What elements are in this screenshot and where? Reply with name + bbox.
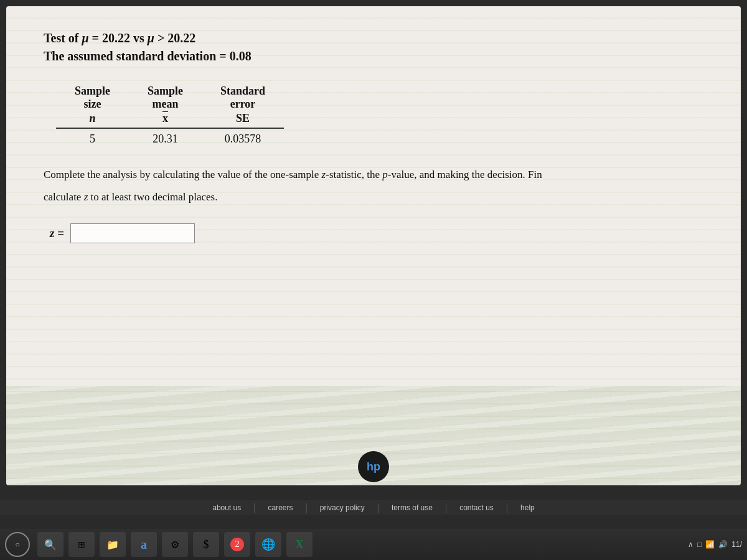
app-x-button[interactable]: X (286, 532, 312, 557)
search-icon: 🔍 (44, 539, 57, 551)
wifi-icon: 📶 (705, 540, 715, 549)
col-unit-xbar: x (129, 111, 202, 128)
footer-links-bar: about us | careers | privacy policy | te… (0, 500, 747, 515)
stats-table: Samplesize Samplemean Standarderror n x … (56, 82, 284, 149)
data-mean: 20.31 (129, 128, 202, 149)
data-se: 0.03578 (202, 128, 284, 149)
col-header-sample-size: Samplesize (56, 82, 129, 111)
badge2-icon: 2 (230, 538, 244, 551)
windows-taskbar: ○ 🔍 ⊞ 📁 a ⚙ $ 2 🌐 (0, 529, 747, 560)
start-button[interactable]: ○ (5, 532, 30, 557)
data-n: 5 (56, 128, 129, 149)
footer-link-careers[interactable]: careers (268, 503, 293, 512)
footer-link-privacy[interactable]: privacy policy (320, 503, 365, 512)
time-display: 11/ (731, 540, 742, 549)
calculate-text2: calculate z to at least two decimal plac… (44, 189, 703, 205)
app-settings-button[interactable]: ⚙ (162, 532, 188, 557)
dollar-icon: $ (204, 538, 209, 551)
search-taskbar-button[interactable]: 🔍 (37, 532, 63, 557)
tray-icon1: □ (697, 540, 702, 549)
folder-icon: 📁 (106, 539, 119, 551)
app-dollar-button[interactable]: $ (193, 532, 219, 557)
x-app-icon: X (296, 538, 304, 551)
hypothesis-line2: The assumed standard deviation = 0.08 (44, 49, 703, 63)
system-tray: ∧ □ 📶 🔊 11/ (688, 540, 742, 549)
volume-icon: 🔊 (718, 540, 728, 549)
col-unit-n: n (56, 111, 129, 128)
footer-link-contact[interactable]: contact us (459, 503, 494, 512)
footer-link-terms[interactable]: terms of use (392, 503, 433, 512)
app-a-icon: a (141, 538, 147, 552)
col-header-sample-mean: Samplemean (129, 82, 202, 111)
footer-link-help[interactable]: help (520, 503, 535, 512)
analysis-text1: Complete the analysis by calculating the… (44, 167, 604, 183)
task-view-icon: ⊞ (78, 539, 85, 550)
screen: Test of μ = 20.22 vs μ > 20.22 The assum… (6, 6, 741, 485)
app-a-button[interactable]: a (131, 532, 157, 557)
task-view-button[interactable]: ⊞ (68, 532, 95, 557)
z-label: z = (50, 226, 64, 240)
footer-link-about[interactable]: about us (212, 503, 241, 512)
settings-icon: ⚙ (171, 539, 179, 551)
col-unit-se: SE (202, 111, 284, 128)
z-input-row: z = (50, 223, 703, 243)
content-area: Test of μ = 20.22 vs μ > 20.22 The assum… (6, 6, 741, 268)
col-header-standard-error: Standarderror (202, 82, 284, 111)
z-value-input[interactable] (70, 223, 195, 243)
chevron-up-icon[interactable]: ∧ (688, 540, 693, 549)
start-circle-icon: ○ (15, 540, 19, 549)
app-badge2-button[interactable]: 2 (224, 532, 250, 557)
browser-button[interactable]: 🌐 (255, 532, 281, 557)
hypothesis-line1: Test of μ = 20.22 vs μ > 20.22 (44, 31, 703, 45)
hp-logo: hp (358, 451, 389, 482)
laptop-outer: Test of μ = 20.22 vs μ > 20.22 The assum… (0, 0, 747, 560)
browser-icon: 🌐 (261, 538, 275, 551)
file-explorer-button[interactable]: 📁 (100, 532, 126, 557)
